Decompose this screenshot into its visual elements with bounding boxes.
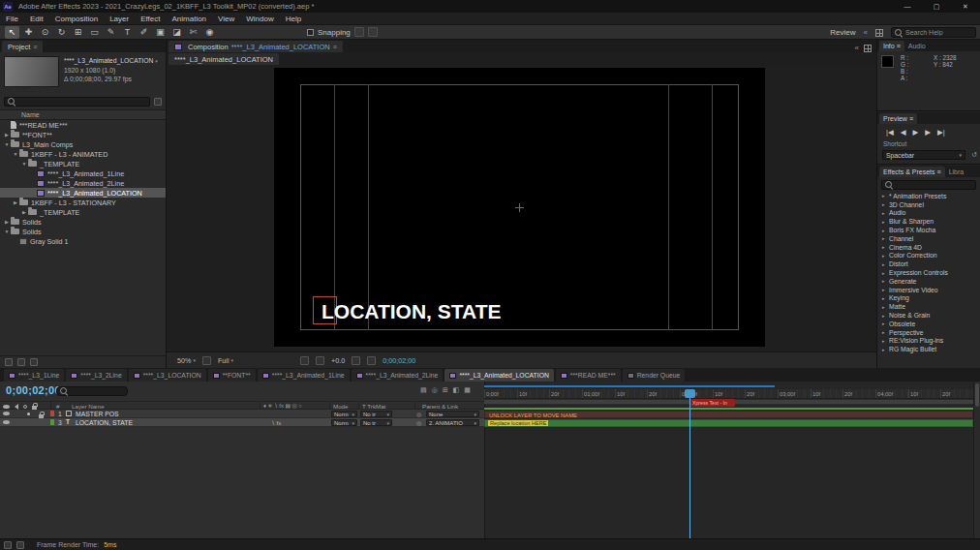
tab-audio[interactable]: Audio	[904, 41, 930, 51]
mode-column-label[interactable]: Mode	[333, 403, 348, 410]
tab-render-queue[interactable]: Render Queue	[623, 369, 686, 382]
shortcut-dropdown[interactable]: Spacebar ▾	[882, 150, 965, 160]
expander-icon[interactable]: ▶	[12, 199, 19, 205]
expander-icon[interactable]: ▸	[882, 228, 889, 233]
blend-mode-dropdown[interactable]: Norm▾	[331, 411, 357, 417]
project-depth-icon[interactable]	[5, 358, 13, 366]
parent-pickwhip-icon[interactable]: ◎	[416, 419, 421, 426]
expander-icon[interactable]: ▸	[882, 253, 889, 259]
panel-menu-icon[interactable]: ≡	[909, 115, 913, 122]
orbit-camera-tool-icon[interactable]: ↻	[54, 26, 69, 39]
eye-icon[interactable]	[3, 412, 10, 415]
layer-switches[interactable]: ∖ fx	[271, 419, 281, 426]
mask-shape-tool-icon[interactable]: ▭	[87, 26, 102, 39]
snap-option2-icon[interactable]	[368, 27, 378, 37]
fx-category[interactable]: ▸Obsolete	[877, 320, 980, 328]
tree-item-template2-folder[interactable]: ▶_TEMPLATE	[0, 207, 166, 217]
layer-bar-location-state[interactable]: Replace location HERE	[484, 419, 973, 427]
expander-icon[interactable]: ▸	[882, 347, 889, 352]
expander-icon[interactable]: ▼	[12, 151, 19, 157]
tab-effects-presets[interactable]: Effects & Presets ≡	[879, 167, 945, 177]
menu-help[interactable]: Help	[280, 13, 307, 25]
fx-category[interactable]: ▸Audio	[877, 209, 980, 218]
tree-item-font[interactable]: ▶**FONT**	[0, 130, 166, 139]
composition-marker[interactable]: Xpress Text - In	[690, 399, 735, 407]
expander-icon[interactable]: ▸	[882, 321, 889, 326]
layer-name-column-label[interactable]: Layer Name	[72, 403, 105, 410]
eraser-tool-icon[interactable]: ◪	[169, 26, 184, 39]
expander-icon[interactable]: ▸	[882, 295, 889, 301]
expander-icon[interactable]: ▸	[882, 219, 889, 225]
tree-item-read-me[interactable]: ***READ ME***	[0, 120, 166, 130]
snap-option-icon[interactable]	[354, 27, 364, 37]
expander-icon[interactable]: ▸	[882, 235, 889, 241]
new-folder-icon[interactable]	[17, 358, 25, 366]
panel-menu-icon[interactable]: ≡	[333, 44, 337, 50]
solo-icon[interactable]	[27, 412, 30, 415]
comp-tab-2line[interactable]: ****_L3_2Line	[66, 369, 126, 382]
last-frame-button[interactable]: ▶|	[937, 128, 945, 137]
fx-category[interactable]: ▸3D Channel	[877, 200, 980, 209]
expander-icon[interactable]: ▸	[882, 201, 889, 207]
layer-name[interactable]: LOCATION, STATE	[76, 419, 133, 426]
camera-icon[interactable]	[352, 356, 360, 365]
previous-frame-button[interactable]: ◀	[901, 128, 906, 137]
comp-tab-animated-1line[interactable]: ****_L3_Animated_1Line	[258, 369, 350, 382]
expander-icon[interactable]: ▸	[882, 244, 889, 250]
panel-menu-icon[interactable]: ≡	[33, 44, 37, 50]
type-tool-icon[interactable]: T	[120, 26, 135, 39]
fx-category[interactable]: ▸* Animation Presets	[877, 192, 980, 200]
roto-brush-tool-icon[interactable]: ✄	[186, 26, 200, 39]
menu-animation[interactable]: Animation	[166, 13, 212, 25]
motion-blur-icon[interactable]: ▦	[464, 386, 471, 394]
expander-icon[interactable]: ▼	[20, 161, 28, 167]
minimize-button[interactable]: —	[893, 0, 922, 13]
puppet-pin-tool-icon[interactable]: ◉	[202, 26, 217, 39]
blend-mode-dropdown[interactable]: Norm▾	[331, 419, 357, 426]
expander-icon[interactable]: ▼	[3, 229, 11, 234]
tab-composition[interactable]: Composition ****_L3_Animated_LOCATION ≡	[168, 41, 343, 52]
eye-icon[interactable]	[3, 420, 10, 424]
menu-composition[interactable]: Composition	[49, 13, 104, 25]
expander-icon[interactable]: ▸	[882, 193, 889, 199]
draft-3d-icon[interactable]: ◎	[432, 386, 438, 394]
track-matte-dropdown[interactable]: No tr▾	[360, 419, 392, 426]
menu-effect[interactable]: Effect	[135, 13, 166, 25]
parent-dropdown[interactable]: 2. ANIMATIO▾	[426, 419, 479, 426]
fx-category[interactable]: ▸RG Magic Bullet	[877, 345, 980, 353]
zoom-tool-icon[interactable]: ⊙	[38, 26, 52, 39]
location-text-layer[interactable]: LOCATION, STATE	[322, 300, 501, 323]
status-icon[interactable]	[4, 541, 12, 549]
parent-dropdown[interactable]: None▾	[426, 411, 479, 417]
fx-category[interactable]: ▸Matte	[877, 302, 980, 311]
timeline-search-input[interactable]	[71, 388, 124, 395]
comp-tab-location[interactable]: ****_L3_LOCATION	[129, 369, 206, 382]
tab-preview[interactable]: Preview ≡	[879, 113, 917, 124]
expander-icon[interactable]: ▶	[20, 209, 28, 215]
menu-window[interactable]: Window	[240, 13, 279, 25]
track-matte-dropdown[interactable]: No tr▾	[360, 411, 392, 417]
effects-search-input[interactable]	[896, 182, 972, 189]
fx-category[interactable]: ▸Perspective	[877, 328, 980, 337]
delete-icon[interactable]	[30, 358, 38, 366]
composition-viewport[interactable]: LOCATION, STATE	[274, 68, 765, 347]
panel-menu-icon[interactable]: ≡	[897, 43, 901, 49]
layer-row-master-pos[interactable]: 1 MASTER POS Norm▾ No tr▾ ◎ None▾	[0, 410, 484, 418]
tree-item-solids2[interactable]: ▼Solids	[0, 227, 166, 236]
resolution-dropdown[interactable]: Full ▾	[218, 356, 233, 365]
shy-layers-icon[interactable]: ⊞	[443, 386, 448, 394]
reset-icon[interactable]: ↺	[971, 151, 977, 159]
expander-icon[interactable]: ▸	[882, 270, 889, 276]
menu-file[interactable]: File	[0, 13, 24, 25]
playhead-line[interactable]	[689, 389, 690, 538]
menu-edit[interactable]: Edit	[24, 13, 49, 25]
expander-icon[interactable]: ▸	[882, 287, 889, 292]
timeline-search-box[interactable]	[56, 386, 128, 396]
hand-tool-icon[interactable]: ✚	[21, 26, 36, 39]
playhead-handle[interactable]	[685, 389, 695, 398]
expander-icon[interactable]: ▼	[3, 141, 11, 147]
tree-item-solids1[interactable]: ▶Solids	[0, 217, 166, 227]
fx-category[interactable]: ▸Expression Controls	[877, 268, 980, 277]
tree-item-stationary-folder[interactable]: ▶1KBFF - L3 - STATIONARY	[0, 198, 166, 207]
workspace-overflow-icon[interactable]: «	[864, 28, 868, 37]
